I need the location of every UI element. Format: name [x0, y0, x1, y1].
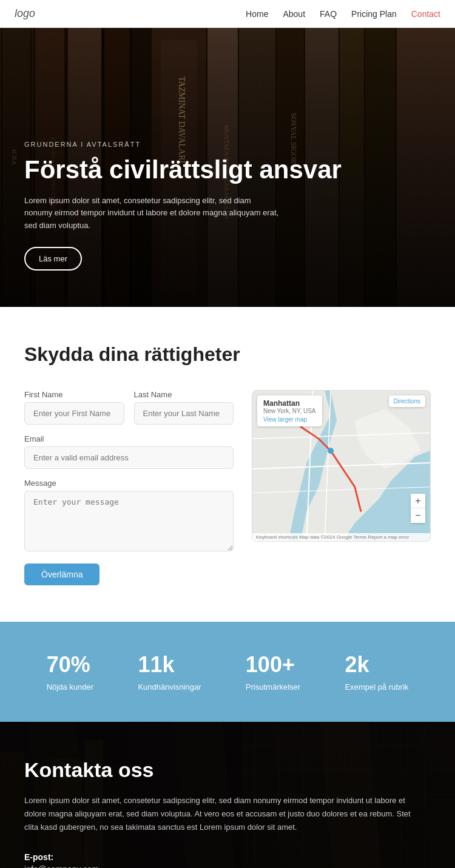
last-name-label: Last Name — [134, 390, 234, 399]
nav-pricing[interactable]: Pricing Plan — [351, 9, 397, 19]
first-name-label: First Name — [24, 390, 124, 399]
map-subtitle: New York, NY, USA — [263, 408, 316, 414]
stat-number-0: 70% — [47, 652, 93, 678]
stat-number-3: 2k — [345, 652, 409, 678]
last-name-input[interactable] — [134, 402, 234, 425]
stat-label-3: Exempel på rubrik — [345, 682, 409, 691]
message-label: Message — [24, 479, 234, 488]
nav-home[interactable]: Home — [246, 9, 268, 19]
hero-section: ICRA ICRA İFLAS HUKUKU DERSLERI TAZMINAT… — [0, 28, 455, 307]
email-group: Email — [24, 434, 234, 469]
nav-faq[interactable]: FAQ — [320, 9, 337, 19]
first-name-input[interactable] — [24, 402, 124, 425]
contact-form: First Name Last Name Email Message Överl… — [24, 390, 234, 585]
form-map-container: First Name Last Name Email Message Överl… — [24, 390, 431, 585]
hero-subtitle: GRUNDERNA I AVTALSRÄTT — [24, 141, 342, 148]
first-name-group: First Name — [24, 390, 124, 425]
map-directions-button[interactable]: Directions — [389, 395, 425, 407]
message-group: Message — [24, 479, 234, 551]
nav-links: Home About FAQ Pricing Plan Contact — [246, 9, 440, 19]
navbar: logo Home About FAQ Pricing Plan Contact — [0, 0, 455, 28]
stat-item-3: 2k Exempel på rubrik — [345, 652, 409, 691]
map-zoom-controls: + − — [411, 494, 425, 523]
stat-number-1: 11k — [138, 652, 201, 678]
stat-item-0: 70% Nöjda kunder — [47, 652, 93, 691]
message-input[interactable] — [24, 491, 234, 551]
stat-label-0: Nöjda kunder — [47, 682, 93, 691]
email-input[interactable] — [24, 446, 234, 469]
map-footer-text: Keyboard shortcuts Map data ©2024 Google… — [256, 534, 409, 540]
stats-section: 70% Nöjda kunder 11k Kundhänvisningar 10… — [0, 622, 455, 722]
stat-number-2: 100+ — [246, 652, 300, 678]
map: Manhattan New York, NY, USA View larger … — [252, 391, 430, 541]
email-label: E-post: — [24, 852, 431, 862]
submit-button[interactable]: Överlämna — [24, 564, 99, 585]
map-footer: Keyboard shortcuts Map data ©2024 Google… — [252, 533, 430, 541]
read-more-button[interactable]: Läs mer — [24, 247, 82, 271]
email-label: Email — [24, 434, 234, 443]
contact-title: Kontakta oss — [24, 758, 431, 782]
map-overlay: Manhattan New York, NY, USA View larger … — [257, 395, 322, 426]
stat-item-1: 11k Kundhänvisningar — [138, 652, 201, 691]
zoom-out-button[interactable]: − — [411, 508, 425, 523]
nav-contact[interactable]: Contact — [411, 9, 440, 19]
stat-label-2: Prisutmärkelser — [246, 682, 300, 691]
hero-title: Förstå civilrättsligt ansvar — [24, 155, 342, 184]
svg-rect-18 — [397, 28, 455, 307]
logo: logo — [15, 7, 35, 20]
hero-content: GRUNDERNA I AVTALSRÄTT Förstå civilrätts… — [0, 141, 366, 271]
stat-label-1: Kundhänvisningar — [138, 682, 201, 691]
contact-content: Kontakta oss Lorem ipsum dolor sit amet,… — [24, 758, 431, 868]
svg-rect-17 — [365, 28, 396, 307]
map-title: Manhattan — [263, 399, 316, 408]
hero-text: Lorem ipsum dolor sit amet, consetetur s… — [24, 195, 279, 232]
stat-item-2: 100+ Prisutmärkelser — [246, 652, 300, 691]
nav-about[interactable]: About — [283, 9, 305, 19]
contact-text: Lorem ipsum dolor sit amet, consetetur s… — [24, 794, 425, 834]
map-container: Manhattan New York, NY, USA View larger … — [252, 390, 431, 542]
email-value: info@company.com — [24, 864, 431, 868]
last-name-group: Last Name — [134, 390, 234, 425]
svg-point-34 — [328, 448, 334, 454]
form-section: Skydda dina rättigheter First Name Last … — [0, 307, 455, 622]
section-heading: Skydda dina rättigheter — [24, 343, 431, 366]
contact-section: Kontakta oss Lorem ipsum dolor sit amet,… — [0, 722, 455, 868]
zoom-in-button[interactable]: + — [411, 494, 425, 508]
view-larger-map-link[interactable]: View larger map — [263, 416, 316, 423]
name-row: First Name Last Name — [24, 390, 234, 425]
